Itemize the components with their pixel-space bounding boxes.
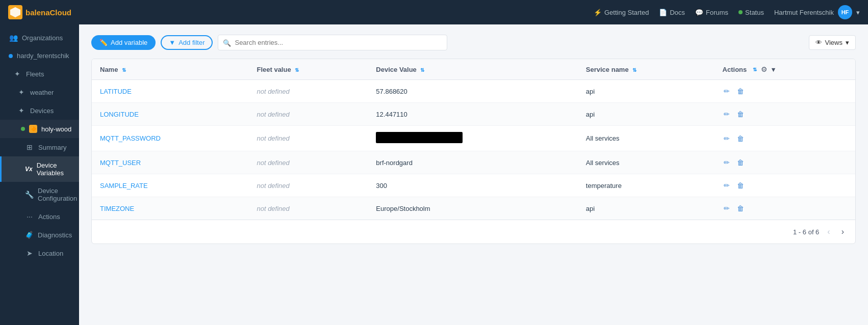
delete-button[interactable]: 🗑 [736, 203, 745, 213]
user-avatar: HF [838, 5, 852, 19]
edit-button[interactable]: ✏ [723, 109, 731, 119]
docs-link[interactable]: 📄 Docs [659, 9, 685, 16]
col-service-name[interactable]: Service name ⇅ [578, 59, 714, 80]
cell-fleet-value: not defined [248, 151, 368, 174]
sort-actions-icon: ⇅ [753, 67, 757, 72]
sidebar-item-summary[interactable]: ⊞ Summary [0, 138, 79, 156]
user-menu[interactable]: Hartmut Ferentschik HF ▾ [774, 5, 860, 19]
logo[interactable]: balenaCloud [8, 5, 71, 19]
cell-service-name: api [578, 197, 714, 220]
cell-name: LONGITUDE [92, 103, 248, 126]
toolbar: ✏️ Add variable ▼ Add filter 🔍 👁 Views ▾ [91, 35, 856, 50]
col-actions-label: Actions [723, 66, 747, 73]
table-row: SAMPLE_RATEnot defined300temperature✏🗑 [92, 174, 855, 197]
logo-cloud: Cloud [50, 8, 72, 17]
sidebar-item-organizations[interactable]: 👥 Organizations [0, 29, 79, 47]
search-bar: 🔍 [218, 35, 447, 50]
cell-name: LATITUDE [92, 80, 248, 103]
col-actions: Actions ⇅ ⚙ ▾ [714, 59, 855, 80]
col-name-label: Name [100, 66, 118, 73]
delete-button[interactable]: 🗑 [736, 180, 745, 191]
cell-name: TIMEZONE [92, 197, 248, 220]
add-filter-label: Add filter [178, 39, 205, 46]
sidebar-item-devices[interactable]: ✦ Devices [0, 101, 79, 120]
cell-device-value: brf-nordgard [368, 151, 577, 174]
delete-button[interactable]: 🗑 [736, 109, 745, 119]
masked-value-block [376, 132, 463, 143]
delete-button[interactable]: 🗑 [736, 86, 745, 96]
table-row: LATITUDEnot defined57.868620api✏🗑 [92, 80, 855, 103]
sidebar-item-fleets[interactable]: ✦ Fleets [0, 65, 79, 83]
forums-label: Forums [706, 9, 728, 16]
views-chevron-icon: ▾ [846, 39, 849, 46]
search-input[interactable] [218, 35, 447, 50]
views-button[interactable]: 👁 Views ▾ [809, 35, 856, 50]
edit-button[interactable]: ✏ [723, 157, 731, 168]
cell-device-value: 300 [368, 174, 577, 197]
cell-fleet-value: not defined [248, 103, 368, 126]
avatar-initials: HF [841, 9, 849, 15]
status-link[interactable]: Status [738, 9, 764, 16]
sidebar-item-label: Organizations [22, 34, 63, 42]
cell-service-name: api [578, 80, 714, 103]
edit-button[interactable]: ✏ [723, 180, 731, 191]
col-name[interactable]: Name ⇅ [92, 59, 248, 80]
pagination: 1 - 6 of 6 ‹ › [92, 220, 855, 243]
cell-actions: ✏🗑 [714, 126, 855, 151]
table-settings-button[interactable]: ⚙ [761, 65, 768, 73]
action-buttons: ✏🗑 [723, 203, 847, 213]
variable-icon: Vx [25, 166, 33, 173]
sidebar-item-actions[interactable]: ··· Actions [0, 207, 79, 226]
edit-button[interactable]: ✏ [723, 133, 731, 144]
cell-device-value: Europe/Stockholm [368, 197, 577, 220]
action-buttons: ✏🗑 [723, 157, 847, 168]
add-filter-button[interactable]: ▼ Add filter [161, 35, 213, 50]
col-device-value[interactable]: Device Value ⇅ [368, 59, 577, 80]
sort-service-icon: ⇅ [632, 67, 636, 73]
doc-icon: 📄 [659, 9, 667, 16]
delete-button[interactable]: 🗑 [736, 157, 745, 168]
prev-page-button[interactable]: ‹ [824, 226, 833, 237]
sidebar-item-weather[interactable]: ✦ weather [0, 83, 79, 101]
cell-actions: ✏🗑 [714, 197, 855, 220]
cell-actions: ✏🗑 [714, 151, 855, 174]
topnav: balenaCloud ⚡ Getting Started 📄 Docs 💬 F… [0, 0, 868, 24]
expand-icon: ▾ [772, 66, 775, 73]
device-logo-icon: 🔶 [29, 125, 37, 133]
logo-balena: balena [25, 8, 50, 17]
topnav-links: ⚡ Getting Started 📄 Docs 💬 Forums Status… [594, 5, 860, 19]
sidebar-item-device-variables[interactable]: Vx Device Variables [0, 156, 79, 182]
sidebar: 👥 Organizations hardy_ferentschik ✦ Flee… [0, 24, 79, 325]
search-icon: 🔍 [223, 39, 231, 46]
devices-icon: ✦ [17, 106, 26, 115]
sidebar-item-holywood[interactable]: 🔶 holy-wood [0, 120, 79, 138]
sidebar-item-location[interactable]: ➤ Location [0, 244, 79, 262]
sidebar-item-hardy[interactable]: hardy_ferentschik [0, 47, 79, 65]
delete-button[interactable]: 🗑 [736, 133, 745, 144]
action-buttons: ✏🗑 [723, 133, 847, 144]
next-page-button[interactable]: › [838, 226, 847, 237]
action-buttons: ✏🗑 [723, 180, 847, 191]
cell-name: SAMPLE_RATE [92, 174, 248, 197]
chevron-down-icon: ▾ [856, 9, 860, 16]
sidebar-item-label: Summary [38, 144, 67, 151]
sidebar-item-diagnostics[interactable]: 🧳 Diagnostics [0, 226, 79, 244]
sidebar-item-device-config[interactable]: 🔧 Device Configuration [0, 182, 79, 207]
cell-service-name: temperature [578, 174, 714, 197]
col-fleet-value-label: Fleet value [257, 66, 291, 73]
summary-grid-icon: ⊞ [25, 143, 34, 151]
edit-button[interactable]: ✏ [723, 86, 731, 96]
location-arrow-icon: ➤ [25, 249, 34, 257]
lightning-icon: ⚡ [594, 9, 602, 16]
action-buttons: ✏🗑 [723, 86, 847, 96]
cell-device-value [368, 126, 577, 151]
cell-fleet-value: not defined [248, 126, 368, 151]
getting-started-link[interactable]: ⚡ Getting Started [594, 9, 649, 16]
forums-link[interactable]: 💬 Forums [695, 9, 728, 16]
fleet-icon: ✦ [13, 70, 22, 78]
col-fleet-value[interactable]: Fleet value ⇅ [248, 59, 368, 80]
sidebar-item-label: Actions [38, 213, 60, 221]
add-variable-button[interactable]: ✏️ Add variable [91, 35, 156, 50]
cell-fleet-value: not defined [248, 174, 368, 197]
edit-button[interactable]: ✏ [723, 203, 731, 213]
